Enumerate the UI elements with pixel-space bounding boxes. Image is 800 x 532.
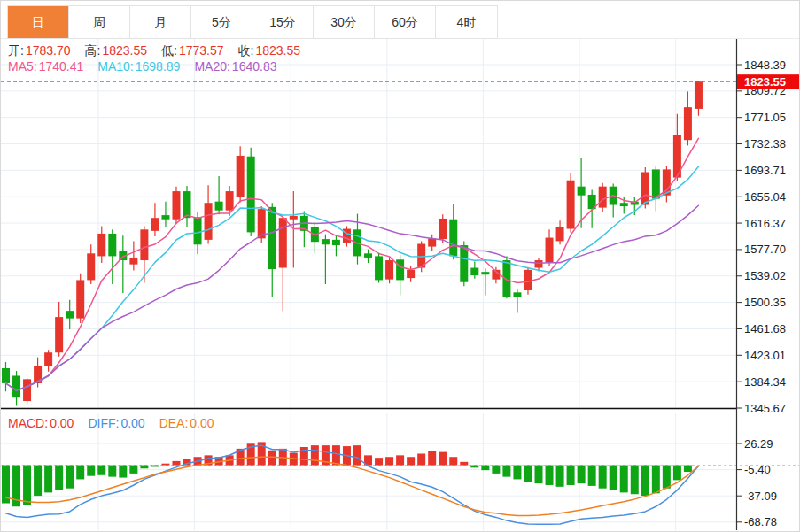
ma-label: MA20:	[194, 59, 229, 73]
candle-body	[567, 181, 575, 229]
macd-value: 0.00	[120, 416, 144, 430]
ma-value: 1740.41	[39, 59, 84, 73]
price-tag-value: 1823.55	[744, 75, 786, 89]
macd-bar	[23, 466, 31, 505]
ma-item: MA20:1640.83	[194, 59, 276, 73]
macd-bar	[396, 455, 404, 465]
candle-body	[172, 191, 180, 220]
tab-period-3[interactable]: 5分	[191, 6, 252, 38]
axis-label: 26.29	[744, 437, 773, 451]
macd-bar	[641, 466, 649, 497]
candle-body	[151, 218, 159, 231]
axis-label: 1655.04	[744, 190, 786, 204]
candle-body	[87, 253, 95, 280]
macd-bar	[535, 466, 543, 484]
candle-body	[684, 107, 692, 140]
macd-bar	[684, 466, 692, 472]
macd-bar	[524, 466, 532, 482]
macd-bar	[481, 466, 489, 471]
axis-label: 1848.39	[744, 58, 786, 72]
macd-value: 0.00	[190, 416, 214, 430]
candle-body	[502, 260, 510, 297]
macd-bar	[673, 466, 681, 481]
candle-body	[578, 187, 586, 196]
macd-bar	[546, 466, 554, 485]
ohlc-value: 1783.70	[26, 43, 71, 58]
candle-body	[268, 207, 276, 269]
candle-body	[375, 256, 383, 280]
candle-body	[546, 238, 554, 263]
candle-body	[524, 270, 532, 290]
tab-period-7[interactable]: 4时	[436, 6, 497, 38]
tab-period-1[interactable]: 周	[69, 6, 130, 38]
macd-bar	[502, 466, 510, 477]
candle-body	[364, 253, 372, 258]
ohlc-label: 高:	[85, 43, 101, 58]
axis-label: 1539.02	[744, 269, 786, 282]
candle-body	[2, 368, 10, 383]
candle-body	[23, 379, 31, 401]
candle-body	[428, 238, 436, 246]
macd-bar	[599, 466, 607, 489]
tab-period-4[interactable]: 15分	[252, 6, 314, 38]
macd-bar	[76, 466, 84, 480]
ma-value: 1698.89	[136, 59, 181, 73]
macd-bar	[66, 466, 74, 489]
macd-bar	[44, 466, 52, 493]
ma-legend: MA5:1740.41MA10:1698.89MA20:1640.83	[8, 59, 291, 73]
macd-bar	[513, 466, 521, 480]
macd-bar	[311, 445, 319, 465]
axis-label: 1461.68	[744, 322, 786, 335]
candle-body	[55, 317, 63, 352]
macd-bar	[108, 466, 116, 477]
macd-bar	[449, 457, 457, 465]
ohlc-value: 1823.55	[102, 43, 147, 58]
candle-body	[183, 191, 191, 218]
ma20-line	[6, 205, 699, 390]
candle-body	[652, 169, 660, 198]
ohlc-item: 低:1773.57	[161, 43, 224, 58]
ma5-line	[6, 138, 699, 390]
macd-bar	[161, 464, 169, 466]
candle-body	[322, 239, 330, 244]
macd-bar	[439, 452, 447, 466]
candle-body	[641, 172, 649, 204]
macd-bar	[567, 466, 575, 485]
candle-body	[513, 292, 521, 297]
macd-bar	[385, 457, 393, 465]
axis-label: 1771.05	[744, 111, 786, 124]
candle-body	[226, 191, 234, 211]
macd-bar	[417, 453, 425, 465]
ma-value: 1640.83	[232, 59, 277, 73]
axis-label: 1732.38	[744, 137, 786, 150]
candle-body	[407, 270, 415, 278]
tab-period-5[interactable]: 30分	[314, 6, 375, 38]
ma-item: MA10:1698.89	[97, 59, 180, 73]
candle-body	[620, 203, 628, 206]
candle-body	[695, 81, 703, 109]
candle-body	[76, 280, 84, 318]
axis-label: -37.09	[744, 490, 777, 503]
axis-label: 1423.01	[744, 349, 786, 362]
candle-body	[129, 258, 137, 265]
macd-bar	[556, 466, 564, 487]
kline-chart-canvas[interactable]: 1848.391809.721771.051732.381693.711655.…	[1, 1, 800, 532]
ma-item: MA5:1740.41	[8, 59, 83, 73]
ohlc-item: 开:1783.70	[8, 43, 71, 58]
macd-bar	[631, 466, 639, 495]
tab-period-6[interactable]: 60分	[375, 6, 436, 38]
axis-label: 1345.67	[744, 402, 786, 415]
macd-bar	[34, 466, 42, 497]
candle-body	[385, 260, 393, 280]
candle-body	[108, 234, 116, 256]
candle-body	[66, 311, 74, 318]
macd-bar	[151, 466, 159, 467]
macd-label: DIFF:	[88, 416, 119, 430]
tab-period-0[interactable]: 日	[8, 6, 69, 38]
tab-period-2[interactable]: 月	[130, 6, 191, 38]
macd-bar	[55, 466, 63, 490]
macd-item: DEA:0.00	[159, 416, 214, 430]
candle-body	[290, 216, 298, 220]
axis-label: 1693.71	[744, 164, 786, 177]
axis-label: 1616.37	[744, 217, 786, 230]
